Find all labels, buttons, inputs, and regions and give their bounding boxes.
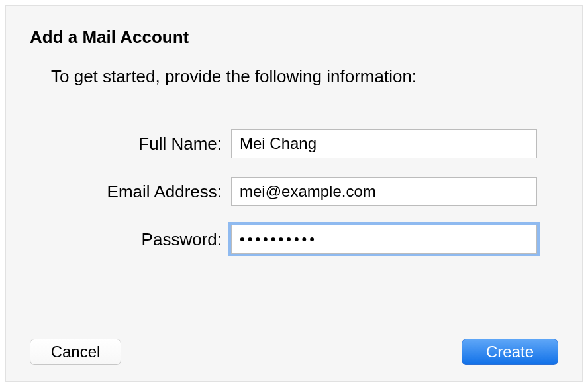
dialog-subtitle: To get started, provide the following in…: [51, 66, 582, 87]
cancel-button[interactable]: Cancel: [30, 339, 121, 365]
password-label: Password:: [6, 229, 231, 250]
password-row: Password:: [6, 225, 582, 254]
create-button[interactable]: Create: [462, 339, 558, 365]
button-bar: Cancel Create: [6, 339, 582, 365]
email-label: Email Address:: [6, 182, 231, 202]
email-row: Email Address:: [6, 177, 582, 206]
add-mail-account-dialog: Add a Mail Account To get started, provi…: [5, 5, 583, 382]
account-form: Full Name: Email Address: Password:: [6, 129, 582, 254]
dialog-title: Add a Mail Account: [30, 27, 582, 48]
email-input[interactable]: [231, 177, 537, 206]
full-name-input[interactable]: [231, 129, 537, 158]
password-input[interactable]: [231, 225, 537, 254]
full-name-label: Full Name:: [6, 134, 231, 154]
full-name-row: Full Name:: [6, 129, 582, 158]
